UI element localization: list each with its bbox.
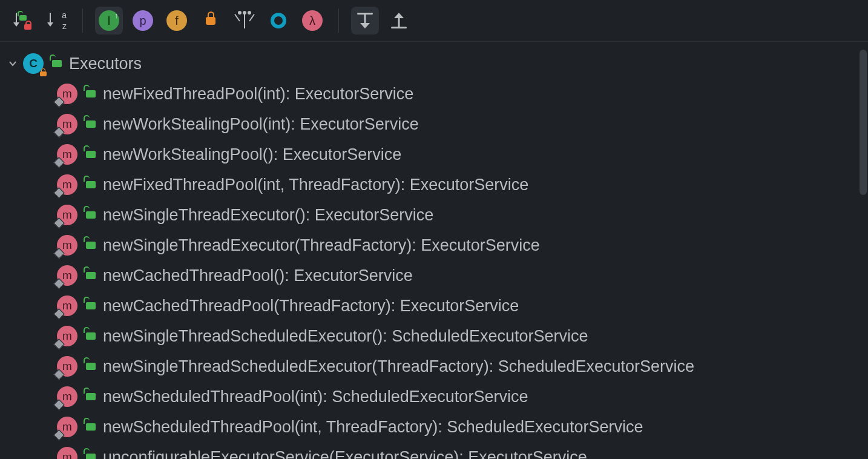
toolbar-separator: [338, 8, 339, 33]
method-signature: newSingleThreadScheduledExecutor(): Sche…: [103, 327, 588, 346]
open-lock-icon: [86, 151, 96, 158]
tree-member[interactable]: mnewSingleThreadScheduledExecutor(Thread…: [0, 351, 858, 381]
class-icon: C: [23, 53, 44, 74]
show-inherited-button[interactable]: [231, 7, 258, 35]
show-properties-button[interactable]: p: [129, 7, 157, 35]
chevron-down-icon[interactable]: [7, 59, 18, 68]
scrollbar-thumb[interactable]: [860, 50, 867, 195]
tree-member[interactable]: mnewWorkStealingPool(): ExecutorService: [0, 139, 858, 170]
open-lock-icon: [86, 272, 96, 279]
method-signature: newScheduledThreadPool(int): ScheduledEx…: [103, 388, 528, 406]
show-nonpublic-button[interactable]: [197, 7, 225, 35]
method-icon: m: [57, 265, 77, 286]
method-signature: newFixedThreadPool(int, ThreadFactory): …: [103, 176, 528, 194]
tree-member[interactable]: mnewWorkStealingPool(int): ExecutorServi…: [0, 109, 858, 139]
show-lambda-button[interactable]: λ: [298, 7, 326, 35]
field-icon: f: [166, 10, 187, 31]
open-lock-icon: [86, 393, 96, 400]
method-signature: newSingleThreadExecutor(ThreadFactory): …: [103, 236, 540, 255]
open-lock-icon: [86, 90, 96, 97]
sort-visibility-button[interactable]: [8, 7, 36, 35]
collapse-icon: [390, 13, 408, 28]
method-icon: m: [57, 205, 77, 225]
expand-all-button[interactable]: [351, 7, 379, 35]
method-icon: m: [57, 447, 77, 459]
method-signature: newWorkStealingPool(): ExecutorService: [103, 145, 401, 164]
ring-icon: [271, 13, 286, 28]
collapse-all-button[interactable]: [385, 7, 413, 35]
method-signature: newCachedThreadPool(ThreadFactory): Exec…: [103, 297, 519, 315]
method-signature: newCachedThreadPool(): ExecutorService: [103, 266, 413, 285]
open-lock-icon: [86, 242, 96, 249]
tree-member[interactable]: mnewScheduledThreadPool(int, ThreadFacto…: [0, 412, 858, 442]
open-lock-icon: [86, 332, 96, 340]
open-lock-icon: [86, 423, 96, 431]
tree-member[interactable]: mnewScheduledThreadPool(int): ScheduledE…: [0, 381, 858, 412]
structure-tree[interactable]: C Executors mnewFixedThreadPool(int): Ex…: [0, 41, 858, 459]
show-interfaces-button[interactable]: I ↑: [95, 7, 123, 35]
method-signature: newFixedThreadPool(int): ExecutorService: [103, 85, 413, 104]
show-fields-button[interactable]: f: [163, 7, 191, 35]
sort-visibility-icon: [13, 12, 31, 30]
tree-member[interactable]: mnewSingleThreadExecutor(): ExecutorServ…: [0, 200, 858, 230]
toolbar-separator: [82, 8, 83, 33]
open-lock-icon: [86, 211, 96, 219]
method-icon: m: [57, 326, 77, 346]
tree-member[interactable]: mnewSingleThreadExecutor(ThreadFactory):…: [0, 230, 858, 260]
tree-member[interactable]: munconfigurableExecutorService(ExecutorS…: [0, 442, 858, 459]
property-icon: p: [133, 10, 153, 31]
open-lock-icon: [86, 121, 96, 128]
interface-icon: I ↑: [99, 10, 119, 31]
method-signature: unconfigurableExecutorService(ExecutorSe…: [103, 448, 587, 460]
method-signature: newWorkStealingPool(int): ExecutorServic…: [103, 115, 419, 134]
tree-member[interactable]: mnewFixedThreadPool(int, ThreadFactory):…: [0, 170, 858, 200]
tree-member[interactable]: mnewCachedThreadPool(): ExecutorService: [0, 260, 858, 291]
open-lock-icon: [86, 363, 96, 370]
open-lock-icon: [86, 181, 96, 188]
fork-icon: [237, 13, 252, 28]
sort-alpha-button[interactable]: a z: [42, 7, 70, 35]
method-icon: m: [57, 144, 77, 165]
method-signature: newSingleThreadExecutor(): ExecutorServi…: [103, 206, 433, 225]
open-lock-icon: [86, 454, 96, 459]
lock-icon: [206, 17, 215, 25]
tree-member[interactable]: mnewCachedThreadPool(ThreadFactory): Exe…: [0, 291, 858, 321]
method-icon: m: [57, 296, 77, 316]
method-icon: m: [57, 235, 77, 256]
open-lock-icon: [86, 302, 96, 309]
tree-root[interactable]: C Executors: [0, 48, 858, 79]
open-lock-icon: [52, 60, 62, 67]
method-icon: m: [57, 386, 77, 407]
method-signature: newSingleThreadScheduledExecutor(ThreadF…: [103, 357, 694, 376]
sort-alpha-icon: a z: [47, 12, 65, 30]
tree-member[interactable]: mnewFixedThreadPool(int): ExecutorServic…: [0, 79, 858, 109]
expand-icon: [356, 13, 374, 28]
method-icon: m: [57, 174, 77, 195]
class-name: Executors: [69, 54, 142, 73]
method-icon: m: [57, 114, 77, 134]
show-anonymous-button[interactable]: [265, 7, 292, 35]
method-icon: m: [57, 417, 77, 437]
method-icon: m: [57, 356, 77, 377]
lambda-icon: λ: [302, 10, 323, 31]
scrollbar[interactable]: [860, 44, 867, 458]
tree-member[interactable]: mnewSingleThreadScheduledExecutor(): Sch…: [0, 321, 858, 351]
structure-toolbar: a z I ↑ p f λ: [0, 0, 868, 42]
method-signature: newScheduledThreadPool(int, ThreadFactor…: [103, 418, 643, 437]
method-icon: m: [57, 84, 77, 104]
